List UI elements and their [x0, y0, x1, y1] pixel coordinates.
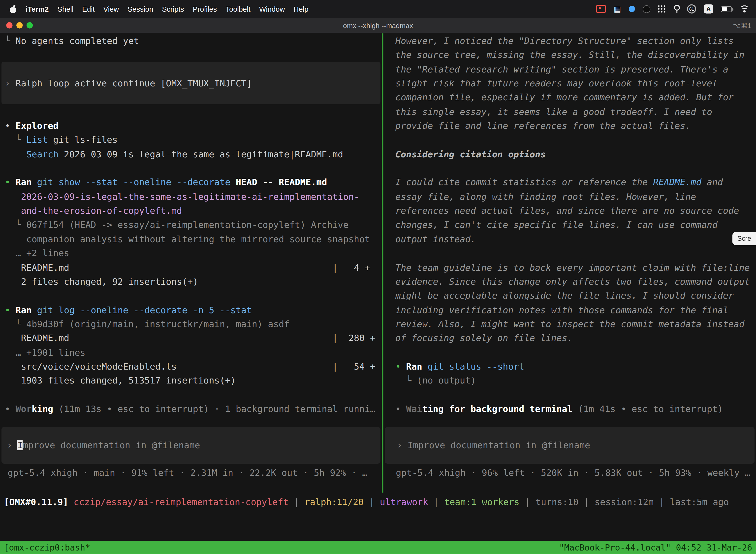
terminal-line: The team guideline is to back every impo…	[395, 260, 756, 275]
terminal-line	[5, 388, 382, 402]
prompt-chevron: ›	[397, 440, 407, 450]
terminal-line: • Ran git show --stat --oneline --decora…	[5, 175, 382, 189]
menu-item-scripts[interactable]: Scripts	[162, 5, 184, 13]
input-source-icon[interactable]: A	[704, 4, 713, 13]
terminal-line: src/voice/voiceModeEnabled.ts | 54 +	[5, 359, 382, 374]
terminal-line: README.md | 4 +	[5, 260, 382, 275]
left-input-line[interactable]: › Improve documentation in @filename	[7, 438, 200, 452]
left-status-line: gpt-5.4 xhigh · main · 91% left · 2.31M …	[8, 467, 368, 478]
terminal-line: this single essay, it seems like a good …	[395, 105, 756, 119]
menu-item-profiles[interactable]: Profiles	[193, 5, 217, 13]
terminal-line: … +2 lines	[5, 246, 382, 260]
terminal-line: … +1901 lines	[5, 345, 382, 359]
menu-item-view[interactable]: View	[104, 5, 119, 13]
dark-circle-icon[interactable]	[643, 5, 650, 13]
terminal-line: • Working (11m 13s • esc to interrupt) ·…	[5, 402, 382, 416]
apple-menu-icon[interactable]	[10, 5, 17, 13]
prompt-chevron: ›	[7, 440, 17, 450]
menu-item-iterm2[interactable]: iTerm2	[25, 5, 49, 13]
terminal-line	[395, 133, 756, 147]
right-input-line[interactable]: › Improve documentation in @filename	[397, 438, 590, 452]
terminal-line: Considering citation options	[395, 147, 756, 161]
terminal-line: • Explored	[5, 119, 382, 133]
terminal-line	[5, 105, 382, 119]
display-grid-icon[interactable]: ▦	[614, 5, 621, 13]
terminal-line: 1903 files changed, 513517 insertions(+)	[5, 374, 382, 388]
input-text: Improve documentation in @filename	[407, 440, 590, 450]
terminal-line	[395, 345, 756, 359]
title-bar: omx --xhigh --madmax ⌥⌘1	[0, 18, 756, 33]
terminal-line: └ List git ls-files	[5, 133, 382, 147]
terminal-line: └ (no output)	[395, 374, 756, 388]
droplet-icon[interactable]	[629, 6, 635, 12]
terminal-line	[5, 48, 382, 62]
terminal-line: └ No agents completed yet	[5, 34, 382, 48]
terminal-line: review. Also, I might want to inspect th…	[395, 317, 756, 331]
terminal-line: • Ran git status --short	[395, 359, 756, 374]
menu-item-window[interactable]: Window	[259, 5, 285, 13]
menu-item-toolbelt[interactable]: Toolbelt	[226, 5, 251, 13]
menu-item-help[interactable]: Help	[294, 5, 309, 13]
terminal-line: changes, I can't cite specific file line…	[395, 218, 756, 232]
close-button[interactable]	[6, 22, 12, 28]
menu-status-icons: ▦ 61 A	[596, 4, 749, 13]
terminal-line: including verification notes with those …	[395, 303, 756, 317]
terminal-line: and-the-erosion-of-copyleft.md	[5, 204, 382, 218]
terminal-line: the "Related research writing" section i…	[395, 62, 756, 76]
pane-divider[interactable]	[382, 33, 383, 493]
text-cursor: I	[18, 440, 23, 450]
terminal-line: • Waiting for background terminal (1m 41…	[395, 402, 756, 416]
omx-status-bar: [OMX#0.11.9] cczip/essay/ai-reimplementa…	[4, 495, 756, 509]
right-pane[interactable]: However, I noticed the "Directory Struct…	[383, 33, 756, 493]
menu-item-edit[interactable]: Edit	[82, 5, 94, 13]
app-grid-icon[interactable]	[658, 5, 666, 13]
terminal-line: └ 067f154 (HEAD -> essay/ai-reimplementa…	[5, 218, 382, 232]
terminal-line: └ 4b9d30f (origin/main, instructkr/main,…	[5, 317, 382, 331]
wifi-icon[interactable]	[740, 5, 749, 12]
terminal-line: slight risk that future readers may over…	[395, 76, 756, 90]
terminal-line: references need actual files, and since …	[395, 204, 756, 218]
terminal-line: companion file, especially if more comme…	[395, 90, 756, 105]
left-pane[interactable]: └ No agents completed yet› Ralph loop ac…	[0, 33, 382, 493]
terminal-line: › Ralph loop active continue [OMX_TMUX_I…	[5, 76, 382, 90]
window-hotkey-label: ⌥⌘1	[733, 21, 751, 29]
terminal-line: 2 files changed, 92 insertions(+)	[5, 275, 382, 289]
terminal-line	[395, 246, 756, 260]
terminal-line: [OMX#0.11.9] cczip/essay/ai-reimplementa…	[4, 495, 756, 509]
terminal-line: might be acceptable alongside the file l…	[395, 289, 756, 303]
terminal-line	[5, 62, 382, 76]
menu-bar: iTerm2 Shell Edit View Session Scripts P…	[0, 0, 756, 18]
screen-recording-icon[interactable]	[596, 5, 606, 13]
terminal-line: I could cite commit statistics or refere…	[395, 175, 756, 189]
terminal-line	[395, 161, 756, 175]
tmux-session-label[interactable]: [omx-cczip0:bash*	[4, 543, 90, 552]
terminal-line	[395, 388, 756, 402]
screen-floating-button[interactable]: Scre	[733, 232, 756, 245]
terminal-line: Search 2026-03-09-is-legal-the-same-as-l…	[5, 147, 382, 161]
right-pane-lines: However, I noticed the "Directory Struct…	[383, 34, 756, 416]
terminal-line: • Ran git log --oneline --decorate -n 5 …	[5, 303, 382, 317]
tmux-host-clock: "MacBook-Pro-44.local" 04:52 31-Mar-26	[559, 543, 752, 552]
terminal-line	[5, 90, 382, 105]
terminal-line: the source tree, missing the essay. Stil…	[395, 48, 756, 62]
terminal-line: provide file and line references from th…	[395, 119, 756, 133]
terminal-line	[5, 289, 382, 303]
terminal-line: companion analysis without altering the …	[5, 232, 382, 246]
tmux-status-bar: [omx-cczip0:bash* "MacBook-Pro-44.local"…	[0, 541, 756, 554]
minimize-button[interactable]	[16, 22, 22, 28]
battery-gauge-icon[interactable]: 61	[687, 4, 696, 13]
terminal-line: essay file, along with finding root file…	[395, 189, 756, 204]
zoom-button[interactable]	[26, 22, 33, 28]
terminal-line: 2026-03-09-is-legal-the-same-as-legitima…	[5, 189, 382, 204]
menu-item-shell[interactable]: Shell	[57, 5, 73, 13]
input-text: mprove documentation in @filename	[23, 440, 200, 450]
terminal-line: evidence. Since this change only affects…	[395, 275, 756, 289]
terminal: └ No agents completed yet› Ralph loop ac…	[0, 33, 756, 554]
terminal-line	[5, 161, 382, 175]
screen: iTerm2 Shell Edit View Session Scripts P…	[0, 0, 756, 554]
key-icon[interactable]	[674, 5, 679, 13]
terminal-line: However, I noticed the "Directory Struct…	[395, 34, 756, 48]
battery-icon[interactable]	[721, 6, 732, 12]
menu-item-session[interactable]: Session	[127, 5, 153, 13]
terminal-line: of focusing solely on file lines.	[395, 331, 756, 345]
